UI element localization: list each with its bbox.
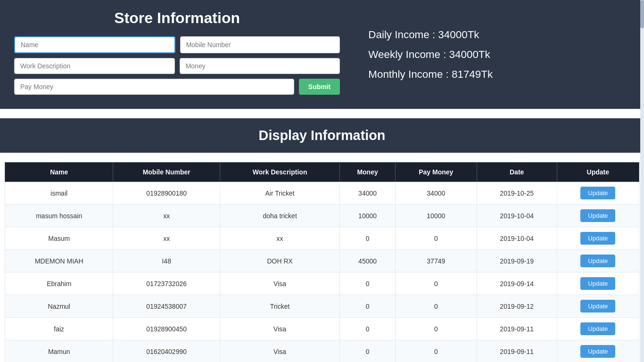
cell-name: Ebrahim [5,272,113,295]
cell-mobile: 01620402990 [113,340,220,362]
mobile-input[interactable] [180,36,340,53]
cell-money: 0 [340,272,396,295]
cell-money: 0 [340,227,396,250]
table-row: Masumxxxx002019-10-04Update [5,227,639,250]
cell-name: masum hossain [5,205,113,227]
update-button[interactable]: Update [580,187,615,199]
cell-pay_money: 34000 [395,182,477,205]
cell-mobile: 01928900450 [113,318,220,340]
cell-money: 0 [340,340,396,362]
scrollbar[interactable] [640,0,644,362]
table-header: Name Mobile Number Work Description Mone… [5,163,639,182]
cell-money: 0 [340,295,396,318]
update-button[interactable]: Update [580,300,615,313]
form-row-1 [14,36,340,53]
cell-mobile: 01928900180 [113,182,220,205]
update-button[interactable]: Update [580,232,615,245]
cell-work_desc: Visa [220,318,339,340]
cell-money: 10000 [340,205,396,227]
table-row: MDEMON MIAHI48DOH RX45000377492019-09-19… [5,250,639,272]
cell-name: Nazmul [5,295,113,318]
form-row-3: Submit [14,79,340,95]
col-date: Date [477,163,557,182]
update-button[interactable]: Update [580,277,615,290]
cell-name: ismail [5,182,113,205]
table-row: Nazmul01924538007Tricket002019-09-12Upda… [5,295,639,318]
store-info-panel: Store Information Submit [0,0,354,109]
submit-button[interactable]: Submit [299,79,340,95]
data-table: Name Mobile Number Work Description Mone… [5,162,639,362]
cell-date: 2019-10-04 [477,227,557,250]
cell-work_desc: doha tricket [220,205,339,227]
table-row: faiz01928900450Visa002019-09-11Update [5,318,639,340]
col-money: Money [340,163,396,182]
name-input[interactable] [14,36,175,53]
col-pay-money: Pay Money [395,163,477,182]
data-table-wrapper: Name Mobile Number Work Description Mone… [0,162,644,362]
cell-date: 2019-09-12 [477,295,557,318]
cell-date: 2019-10-25 [477,182,557,205]
cell-money: 0 [340,318,396,340]
cell-update: Update [557,205,639,227]
income-panel: Daily Income : 34000Tk Weekly Income : 3… [354,0,644,109]
work-desc-input[interactable] [14,58,175,74]
cell-pay_money: 0 [395,272,477,295]
pay-money-input[interactable] [14,79,294,95]
cell-update: Update [557,250,639,272]
cell-mobile: I48 [113,250,220,272]
cell-date: 2019-09-19 [477,250,557,272]
cell-update: Update [557,182,639,205]
cell-name: Masum [5,227,113,250]
cell-name: Mamun [5,340,113,362]
col-name: Name [5,163,113,182]
cell-mobile: 01723732026 [113,272,220,295]
update-button[interactable]: Update [580,255,615,267]
cell-work_desc: xx [220,227,339,250]
col-update: Update [557,163,639,182]
cell-work_desc: Visa [220,340,339,362]
cell-update: Update [557,340,639,362]
cell-date: 2019-10-04 [477,205,557,227]
cell-update: Update [557,318,639,340]
cell-update: Update [557,272,639,295]
display-info-header: Display Information [0,118,644,153]
cell-money: 34000 [340,182,396,205]
cell-name: MDEMON MIAH [5,250,113,272]
top-section: Store Information Submit Daily Income : … [0,0,644,109]
cell-pay_money: 0 [395,318,477,340]
cell-update: Update [557,295,639,318]
scrollbar-thumb[interactable] [640,0,644,28]
cell-date: 2019-09-14 [477,272,557,295]
cell-work_desc: DOH RX [220,250,339,272]
cell-money: 45000 [340,250,396,272]
table-row: ismail01928900180Air Tricket340003400020… [5,182,639,205]
update-button[interactable]: Update [580,322,615,335]
col-work-desc: Work Description [220,163,339,182]
money-input[interactable] [180,58,340,74]
table-row: masum hossainxxdoha tricket1000010000201… [5,205,639,227]
cell-pay_money: 10000 [395,205,477,227]
table-row: Mamun01620402990Visa002019-09-11Update [5,340,639,362]
update-button[interactable]: Update [580,345,615,358]
cell-pay_money: 0 [395,340,477,362]
monthly-income: Monthly Income : 81749Tk [368,68,630,81]
table-body: ismail01928900180Air Tricket340003400020… [5,182,639,362]
cell-date: 2019-09-11 [477,340,557,362]
cell-pay_money: 0 [395,227,477,250]
update-button[interactable]: Update [580,209,615,222]
cell-pay_money: 0 [395,295,477,318]
weekly-income: Weekly Income : 34000Tk [368,49,630,61]
header-row: Name Mobile Number Work Description Mone… [5,163,639,182]
cell-update: Update [557,227,639,250]
cell-pay_money: 37749 [395,250,477,272]
table-row: Ebrahim01723732026Visa002019-09-14Update [5,272,639,295]
cell-mobile: xx [113,205,220,227]
cell-mobile: 01924538007 [113,295,220,318]
cell-work_desc: Air Tricket [220,182,339,205]
cell-work_desc: Tricket [220,295,339,318]
store-info-title: Store Information [14,9,340,27]
col-mobile: Mobile Number [113,163,220,182]
form-row-2 [14,58,340,74]
cell-date: 2019-09-11 [477,318,557,340]
daily-income: Daily Income : 34000Tk [368,29,630,41]
